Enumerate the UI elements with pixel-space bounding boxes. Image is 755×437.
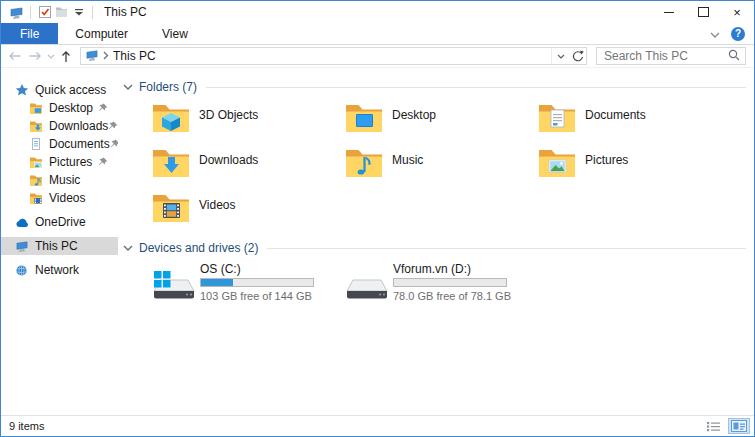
content-area: Quick access Desktop Downloads <box>1 68 754 415</box>
sidebar-item-music[interactable]: Music <box>1 171 118 189</box>
desktop-folder-icon <box>344 101 384 146</box>
pin-icon <box>108 121 118 131</box>
new-folder-icon[interactable] <box>53 4 70 21</box>
sidebar-item-label: OneDrive <box>35 215 118 229</box>
computer-icon <box>85 49 99 64</box>
tab-computer[interactable]: Computer <box>58 23 145 44</box>
network-globe-icon <box>14 263 29 277</box>
sidebar-item-label: Videos <box>49 191 118 205</box>
address-bar-buttons <box>551 48 586 64</box>
folder-label: Pictures <box>585 153 628 191</box>
section-title: Devices and drives (2) <box>139 241 258 255</box>
folder-label: Desktop <box>392 108 436 146</box>
maximize-button[interactable] <box>686 1 720 23</box>
folder-tile-videos[interactable]: Videos <box>151 191 344 236</box>
downloads-folder-icon <box>28 119 43 133</box>
sidebar-item-documents[interactable]: Documents <box>1 135 118 153</box>
tabstrip-right: ? <box>710 23 754 44</box>
navigation-toolbar: This PC <box>1 45 754 68</box>
drive-name: OS (C:) <box>200 263 316 276</box>
section-rule <box>206 87 746 88</box>
folder-tile-downloads[interactable]: Downloads <box>151 146 344 191</box>
sidebar-item-label: Quick access <box>35 83 118 97</box>
sidebar-item-videos[interactable]: Videos <box>1 189 118 207</box>
drive-info: Vforum.vn (D:) 78.0 GB free of 78.1 GB <box>393 263 509 315</box>
up-button[interactable] <box>56 46 76 66</box>
sidebar-item-pictures[interactable]: Pictures <box>1 153 118 171</box>
folder-tile-pictures[interactable]: Pictures <box>537 146 730 191</box>
minimize-icon <box>664 12 674 13</box>
computer-icon <box>8 4 25 21</box>
drive-usage-bar <box>393 278 507 287</box>
address-dropdown-chevron-icon[interactable] <box>552 48 569 64</box>
sidebar-item-label: Music <box>49 173 118 187</box>
pin-icon <box>98 157 108 167</box>
file-list-pane: Folders (7) 3D Objects Desktop <box>118 68 754 415</box>
sidebar-item-onedrive[interactable]: OneDrive <box>1 213 118 231</box>
close-icon: × <box>733 6 741 19</box>
search-box[interactable] <box>596 47 746 65</box>
window-controls: × <box>652 1 754 23</box>
breadcrumb-location[interactable]: This PC <box>113 49 156 63</box>
drive-info: OS (C:) 103 GB free of 144 GB <box>200 263 316 315</box>
chevron-down-icon[interactable] <box>123 245 133 251</box>
help-icon[interactable]: ? <box>731 27 745 41</box>
folder-tile-documents[interactable]: Documents <box>537 101 730 146</box>
pin-icon <box>98 103 108 113</box>
ribbon-collapse-chevron-icon[interactable] <box>710 27 720 41</box>
forward-button[interactable] <box>25 46 45 66</box>
properties-icon[interactable] <box>36 4 53 21</box>
details-view-icon[interactable] <box>703 418 725 434</box>
drive-name: Vforum.vn (D:) <box>393 263 509 276</box>
recent-locations-chevron-icon[interactable] <box>45 46 56 66</box>
close-button[interactable]: × <box>720 1 754 23</box>
maximize-icon <box>698 7 709 17</box>
pictures-folder-icon <box>537 146 577 191</box>
search-icon[interactable] <box>728 49 740 64</box>
sidebar-item-this-pc[interactable]: This PC <box>1 237 118 255</box>
onedrive-cloud-icon <box>14 215 29 229</box>
star-icon <box>14 83 29 97</box>
large-icons-view-icon[interactable] <box>728 418 750 434</box>
sidebar-item-desktop[interactable]: Desktop <box>1 99 118 117</box>
search-input[interactable] <box>604 49 728 63</box>
sidebar-item-downloads[interactable]: Downloads <box>1 117 118 135</box>
explorer-window: This PC × File Computer View ? <box>0 0 755 437</box>
titlebar-separator <box>30 6 31 19</box>
sidebar-item-quick-access[interactable]: Quick access <box>1 81 118 99</box>
3d-objects-folder-icon <box>151 101 191 146</box>
music-folder-icon <box>28 173 43 187</box>
videos-folder-icon <box>28 191 43 205</box>
tab-view[interactable]: View <box>145 23 205 44</box>
refresh-icon[interactable] <box>569 48 586 64</box>
chevron-down-icon[interactable] <box>123 84 133 90</box>
back-button[interactable] <box>5 46 25 66</box>
folder-tile-desktop[interactable]: Desktop <box>344 101 537 146</box>
address-bar[interactable]: This PC <box>80 47 587 65</box>
sidebar-item-network[interactable]: Network <box>1 261 118 279</box>
videos-folder-icon <box>151 191 191 236</box>
tab-file[interactable]: File <box>1 23 58 44</box>
sidebar-item-label: Pictures <box>49 155 98 169</box>
section-rule <box>267 248 746 249</box>
drive-usage-bar <box>200 278 314 287</box>
customize-toolbar-chevron-icon[interactable] <box>70 4 87 21</box>
drive-tile-vforum-d[interactable]: Vforum.vn (D:) 78.0 GB free of 78.1 GB <box>344 263 537 315</box>
breadcrumb[interactable]: This PC <box>81 49 551 64</box>
drives-grid: OS (C:) 103 GB free of 144 GB Vforum.vn … <box>151 263 754 315</box>
desktop-folder-icon <box>28 101 43 115</box>
statusbar-view-buttons <box>703 418 750 434</box>
pin-icon <box>110 139 118 149</box>
folder-tile-3d-objects[interactable]: 3D Objects <box>151 101 344 146</box>
section-header-devices: Devices and drives (2) <box>118 240 754 256</box>
folder-tile-music[interactable]: Music <box>344 146 537 191</box>
folder-label: 3D Objects <box>199 108 258 146</box>
titlebar-separator <box>92 6 93 19</box>
sidebar-item-label: Network <box>35 263 118 277</box>
folder-label: Videos <box>199 198 235 236</box>
section-header-folders: Folders (7) <box>118 79 754 95</box>
drive-tile-os-c[interactable]: OS (C:) 103 GB free of 144 GB <box>151 263 344 315</box>
window-title: This PC <box>104 5 147 19</box>
minimize-button[interactable] <box>652 1 686 23</box>
sidebar-item-label: Downloads <box>49 119 108 133</box>
